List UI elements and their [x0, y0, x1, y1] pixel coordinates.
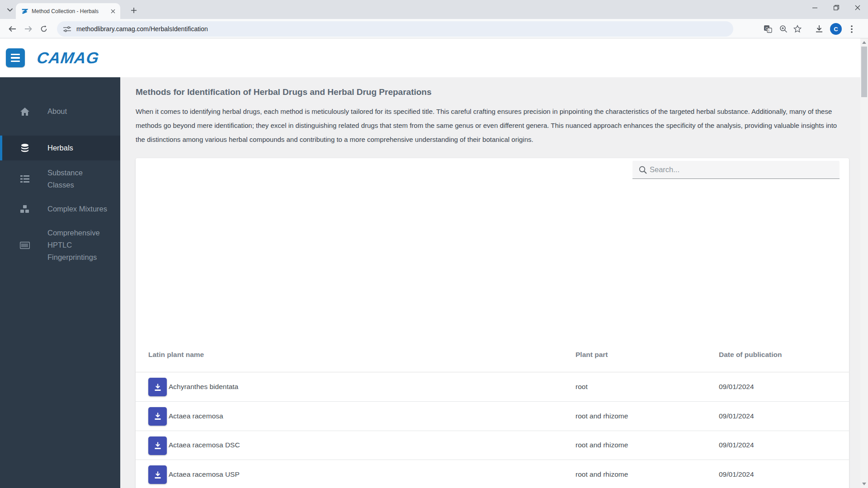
latin-plant-name-cell: Actaea racemosa DSC — [169, 441, 240, 449]
latin-plant-name-cell: Actaea racemosa — [169, 412, 223, 420]
site-header — [0, 38, 860, 77]
window-controls — [804, 0, 868, 15]
browser-window: Method Collection - Herbals — [0, 0, 868, 488]
favicon-camag-icon — [21, 8, 28, 15]
download-icon — [154, 471, 162, 479]
table-row: Actaea racemosa DSC root and rhizome 09/… — [136, 431, 849, 460]
close-window-icon[interactable] — [847, 0, 868, 15]
table-body: Achyranthes bidentata root 09/01/2024 Ac… — [136, 372, 849, 488]
sidebar-item-complex-mixtures[interactable]: Complex Mixtures — [0, 197, 120, 221]
plant-part-cell: root and rhizome — [576, 470, 628, 479]
download-icon — [154, 383, 162, 391]
list-icon — [2, 175, 47, 183]
barcode-icon — [2, 242, 47, 249]
methods-table-card: Latin plant name Plant part Date of publ… — [136, 158, 849, 488]
download-method-button[interactable] — [148, 436, 167, 455]
scroll-up-icon[interactable] — [860, 39, 868, 46]
reload-icon[interactable] — [37, 22, 51, 36]
table-row: Actaea racemosa root and rhizome 09/01/2… — [136, 402, 849, 431]
plant-part-cell: root and rhizome — [576, 441, 628, 449]
site-settings-icon[interactable] — [63, 26, 71, 33]
zoom-icon[interactable] — [777, 23, 790, 35]
restore-icon[interactable] — [826, 0, 847, 15]
table-header: Latin plant name Plant part Date of publ… — [136, 338, 849, 372]
search-box[interactable] — [632, 161, 840, 179]
table-row: Achyranthes bidentata root 09/01/2024 — [136, 372, 849, 402]
url-text: methodlibrary.camag.com/HerbalsIdentific… — [76, 25, 208, 33]
latin-plant-name-cell: Actaea racemosa USP — [169, 470, 240, 479]
plant-part-cell: root and rhizome — [576, 412, 628, 420]
download-method-button[interactable] — [148, 378, 167, 396]
sidebar-item-hptlc-fingerprintings[interactable]: Comprehensive HPTLC Fingerprintings — [0, 221, 120, 269]
download-method-button[interactable] — [148, 465, 167, 484]
sidebar: About Herbals Substance Classes Complex … — [0, 77, 120, 488]
tab-bar: Method Collection - Herbals — [0, 0, 868, 19]
download-method-button[interactable] — [148, 407, 167, 426]
sidebar-item-label: Complex Mixtures — [47, 203, 110, 215]
back-icon[interactable] — [5, 22, 19, 36]
sidebar-item-label: Herbals — [47, 142, 110, 154]
column-header-date-of-publication: Date of publication — [719, 351, 782, 359]
publication-date-cell: 09/01/2024 — [719, 412, 754, 420]
download-icon — [154, 441, 162, 450]
tab-close-icon[interactable] — [109, 7, 117, 15]
tab-title: Method Collection - Herbals — [32, 8, 109, 14]
column-header-plant-part: Plant part — [576, 351, 608, 359]
hamburger-menu-button[interactable] — [6, 48, 25, 67]
home-icon — [2, 108, 47, 116]
camag-logo: CAMAG — [36, 49, 100, 67]
bookmark-star-icon[interactable] — [791, 23, 804, 35]
plant-part-cell: root — [576, 383, 588, 391]
scrollbar-thumb[interactable] — [861, 47, 867, 97]
database-icon — [2, 144, 47, 153]
download-icon — [154, 412, 162, 420]
scroll-down-icon[interactable] — [860, 480, 868, 488]
publication-date-cell: 09/01/2024 — [719, 383, 754, 391]
main-content: Methods for Identification of Herbal Dru… — [120, 77, 860, 488]
search-icon — [639, 166, 647, 174]
address-bar[interactable]: methodlibrary.camag.com/HerbalsIdentific… — [57, 21, 733, 37]
search-input[interactable] — [650, 165, 821, 174]
forward-icon[interactable] — [21, 22, 35, 36]
sidebar-item-about[interactable]: About — [0, 100, 120, 123]
sidebar-item-label: Substance Classes — [47, 167, 110, 191]
new-tab-button[interactable] — [128, 5, 140, 16]
page-title: Methods for Identification of Herbal Dru… — [136, 87, 849, 97]
minimize-icon[interactable] — [804, 0, 826, 15]
sidebar-item-label: About — [47, 105, 110, 117]
boxes-icon — [2, 205, 47, 213]
tab-search-chevron-icon[interactable] — [4, 4, 16, 16]
sidebar-item-label: Comprehensive HPTLC Fingerprintings — [47, 227, 110, 263]
downloads-icon[interactable] — [813, 23, 826, 35]
intro-paragraph: When it comes to identifying herbal drug… — [136, 105, 846, 146]
column-header-latin-plant-name: Latin plant name — [148, 351, 204, 359]
browser-tab[interactable]: Method Collection - Herbals — [16, 3, 120, 19]
sidebar-item-herbals[interactable]: Herbals — [0, 136, 120, 160]
latin-plant-name-cell: Achyranthes bidentata — [169, 383, 238, 391]
profile-avatar[interactable]: C — [830, 23, 842, 35]
browser-toolbar: methodlibrary.camag.com/HerbalsIdentific… — [0, 19, 868, 38]
page-scrollbar[interactable] — [860, 38, 868, 488]
publication-date-cell: 09/01/2024 — [719, 441, 754, 449]
table-row: Actaea racemosa USP root and rhizome 09/… — [136, 460, 849, 488]
publication-date-cell: 09/01/2024 — [719, 470, 754, 479]
translate-icon[interactable]: Gt — [761, 23, 774, 35]
sidebar-item-substance-classes[interactable]: Substance Classes — [0, 161, 120, 197]
menu-dots-icon[interactable] — [845, 23, 858, 35]
